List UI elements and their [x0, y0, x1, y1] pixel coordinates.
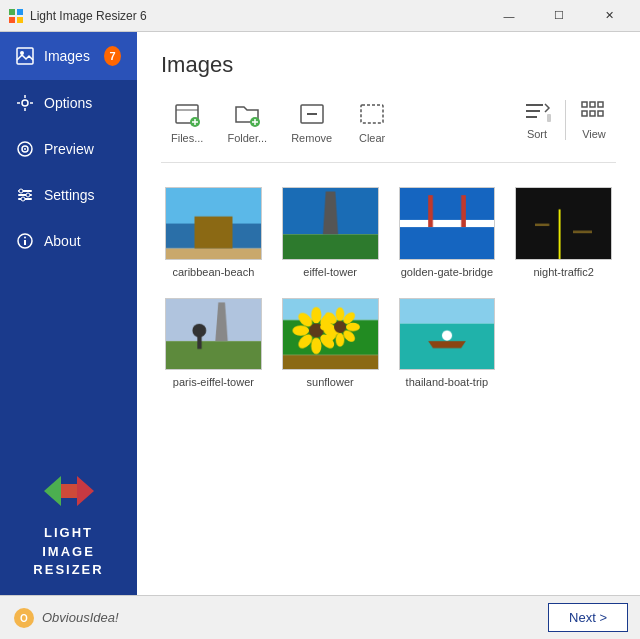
svg-point-13	[24, 148, 26, 150]
image-item-thailand-boat-trip[interactable]: thailand-boat-trip	[395, 294, 500, 393]
files-icon	[173, 100, 201, 128]
view-button[interactable]: View	[572, 94, 616, 146]
folder-button[interactable]: Folder...	[217, 94, 277, 150]
image-label-night-traffic2: night-traffic2	[533, 266, 593, 278]
image-item-paris-eiffel-tower[interactable]: paris-eiffel-tower	[161, 294, 266, 393]
titlebar: Light Image Resizer 6 — ☐ ✕	[0, 0, 640, 32]
image-thumb-night-traffic2	[515, 187, 612, 260]
logo-icon	[39, 466, 99, 516]
image-label-golden-gate-bridge: golden-gate-bridge	[401, 266, 493, 278]
svg-rect-39	[582, 102, 587, 107]
sort-button[interactable]: Sort	[515, 94, 559, 146]
files-label: Files...	[171, 132, 203, 144]
image-grid: caribbean-beacheiffel-towergolden-gate-b…	[161, 183, 616, 392]
maximize-button[interactable]: ☐	[536, 1, 582, 31]
preview-label: Preview	[44, 141, 94, 157]
image-label-thailand-boat-trip: thailand-boat-trip	[406, 376, 489, 388]
image-item-night-traffic2[interactable]: night-traffic2	[511, 183, 616, 282]
sidebar-item-images[interactable]: Images 7	[0, 32, 137, 80]
main-layout: Images 7 Options	[0, 32, 640, 595]
bottom-bar: O ObviousIdea! Next >	[0, 595, 640, 639]
sidebar-logo: LIGHT IMAGE RESIZER	[0, 450, 137, 595]
folder-icon	[233, 100, 261, 128]
clear-button[interactable]: Clear	[346, 94, 398, 150]
image-label-paris-eiffel-tower: paris-eiffel-tower	[173, 376, 254, 388]
sidebar-item-preview[interactable]: Preview	[0, 126, 137, 172]
svg-rect-38	[547, 114, 551, 122]
logo-text: LIGHT IMAGE RESIZER	[33, 524, 103, 579]
svg-rect-43	[590, 111, 595, 116]
sidebar: Images 7 Options	[0, 32, 137, 595]
image-item-golden-gate-bridge[interactable]: golden-gate-bridge	[395, 183, 500, 282]
images-label: Images	[44, 48, 90, 64]
images-icon	[16, 47, 34, 65]
svg-rect-1	[17, 9, 23, 15]
image-thumb-thailand-boat-trip	[399, 298, 496, 371]
svg-rect-34	[361, 105, 383, 123]
view-label: View	[582, 128, 606, 140]
svg-rect-2	[9, 17, 15, 23]
svg-rect-40	[590, 102, 595, 107]
titlebar-title: Light Image Resizer 6	[30, 9, 486, 23]
image-thumb-paris-eiffel-tower	[165, 298, 262, 371]
settings-label: Settings	[44, 187, 95, 203]
svg-rect-44	[598, 111, 603, 116]
svg-rect-4	[17, 48, 33, 64]
image-item-caribbean-beach[interactable]: caribbean-beach	[161, 183, 266, 282]
svg-point-22	[24, 237, 26, 239]
toolbar: Files... Folder...	[161, 94, 616, 163]
sidebar-item-about[interactable]: About	[0, 218, 137, 264]
svg-point-17	[19, 189, 23, 193]
content-inner: Images Files...	[137, 32, 640, 595]
svg-rect-3	[17, 17, 23, 23]
image-item-eiffel-tower[interactable]: eiffel-tower	[278, 183, 383, 282]
svg-point-19	[21, 197, 25, 201]
options-label: Options	[44, 95, 92, 111]
sidebar-item-settings[interactable]: Settings	[0, 172, 137, 218]
settings-icon	[16, 186, 34, 204]
toolbar-right: Sort	[515, 94, 616, 146]
svg-rect-41	[598, 102, 603, 107]
preview-icon	[16, 140, 34, 158]
image-label-caribbean-beach: caribbean-beach	[172, 266, 254, 278]
svg-text:O: O	[20, 613, 28, 624]
svg-rect-0	[9, 9, 15, 15]
clear-label: Clear	[359, 132, 385, 144]
files-button[interactable]: Files...	[161, 94, 213, 150]
image-thumb-eiffel-tower	[282, 187, 379, 260]
next-button[interactable]: Next >	[548, 603, 628, 632]
close-button[interactable]: ✕	[586, 1, 632, 31]
image-label-sunflower: sunflower	[307, 376, 354, 388]
image-thumb-sunflower	[282, 298, 379, 371]
clear-icon	[358, 100, 386, 128]
bottom-logo: O ObviousIdea!	[12, 606, 119, 630]
sort-icon	[523, 100, 551, 124]
options-icon	[16, 94, 34, 112]
svg-rect-42	[582, 111, 587, 116]
images-badge: 7	[104, 46, 121, 66]
toolbar-divider	[565, 100, 566, 140]
svg-point-6	[22, 100, 28, 106]
remove-button[interactable]: Remove	[281, 94, 342, 150]
remove-icon	[298, 100, 326, 128]
image-thumb-caribbean-beach	[165, 187, 262, 260]
svg-point-18	[26, 193, 30, 197]
about-label: About	[44, 233, 81, 249]
image-item-sunflower[interactable]: sunflower	[278, 294, 383, 393]
about-icon	[16, 232, 34, 250]
bottom-logo-icon: O	[12, 606, 36, 630]
sidebar-item-options[interactable]: Options	[0, 80, 137, 126]
sort-label: Sort	[527, 128, 547, 140]
remove-label: Remove	[291, 132, 332, 144]
window-controls: — ☐ ✕	[486, 1, 632, 31]
view-icon	[580, 100, 608, 124]
folder-label: Folder...	[227, 132, 267, 144]
image-thumb-golden-gate-bridge	[399, 187, 496, 260]
image-label-eiffel-tower: eiffel-tower	[303, 266, 357, 278]
svg-marker-24	[61, 476, 94, 506]
page-title: Images	[161, 52, 616, 78]
bottom-logo-text: ObviousIdea!	[42, 610, 119, 625]
app-icon	[8, 8, 24, 24]
minimize-button[interactable]: —	[486, 1, 532, 31]
content-area: Images Files...	[137, 32, 640, 595]
